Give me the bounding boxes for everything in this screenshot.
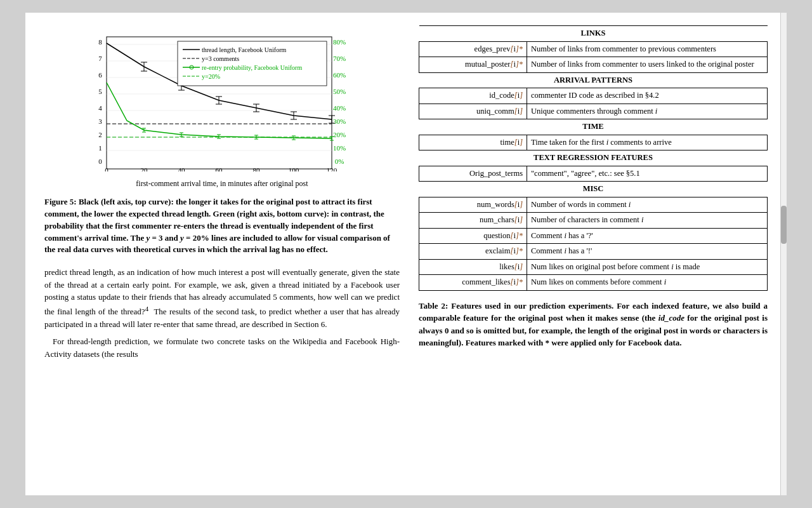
arrival-header: ARRIVAL PATTERNS [419, 72, 768, 88]
feature-desc-likes: Num likes on original post before commen… [527, 259, 768, 275]
arrival-header-row: ARRIVAL PATTERNS [419, 72, 768, 88]
feature-desc-num-chars: Number of characters in comment i [527, 213, 768, 229]
x-60: 60 [216, 166, 223, 171]
feature-desc-comment-likes: Num likes on comments before comment i [527, 275, 768, 291]
chart-figure: 8 7 6 5 4 3 2 1 0 80% 70% 60% 50% 40% 30… [89, 25, 355, 174]
feature-name-orig-post: Orig_post_terms [419, 166, 527, 182]
x-20: 20 [141, 166, 148, 171]
time-header: TIME [419, 119, 768, 135]
body-paragraph-2: For thread-length prediction, we formula… [44, 335, 400, 360]
arrival-row-2: uniq_comm[i] Unique commenters through c… [419, 104, 768, 119]
misc-row-4: exclaim[i]* Comment i has a '!' [419, 244, 768, 260]
y-left-4: 4 [98, 104, 102, 112]
chart-svg: 8 7 6 5 4 3 2 1 0 80% 70% 60% 50% 40% 30… [89, 25, 355, 171]
text-header: TEXT REGRESSION FEATURES [419, 150, 768, 166]
chart-container: 8 7 6 5 4 3 2 1 0 80% 70% 60% 50% 40% 30… [44, 25, 400, 174]
feature-name-likes: likes[i] [419, 259, 527, 275]
page: 8 7 6 5 4 3 2 1 0 80% 70% 60% 50% 40% 30… [25, 13, 787, 495]
feature-desc-uniq-comm: Unique commenters through comment i [527, 104, 768, 119]
y-right-60: 60% [333, 71, 346, 79]
misc-row-2: num_chars[i] Number of characters in com… [419, 213, 768, 229]
table-caption: Table 2: Features used in our prediction… [419, 300, 768, 349]
feature-desc-question: Comment i has a '?' [527, 228, 768, 244]
feature-name-num-words: num_words[i] [419, 197, 527, 213]
misc-header-row: MISC [419, 182, 768, 197]
y-left-3: 3 [98, 117, 102, 125]
legend-label-4: y=20% [202, 73, 220, 80]
feature-name-question: question[i]* [419, 228, 527, 244]
table-caption-text: Features used in our prediction experime… [419, 301, 768, 348]
y-right-70: 70% [333, 55, 346, 62]
y-left-8: 8 [98, 38, 102, 46]
arrival-row-1: id_code[i] commenter ID code as describe… [419, 88, 768, 104]
time-row-1: time[i] Time taken for the first i comme… [419, 135, 768, 150]
links-row-2: mutual_poster[i]* Number of links from c… [419, 57, 768, 73]
y-left-2: 2 [98, 131, 102, 138]
feature-name-time: time[i] [419, 135, 527, 150]
feature-name-edges-prev: edges_prev[i]* [419, 41, 527, 57]
legend-label-2: y=3 comments [202, 55, 239, 62]
table-number: Table 2: [419, 301, 448, 311]
feature-name-id-code: id_code[i] [419, 88, 527, 104]
y-left-0: 0 [98, 157, 102, 165]
y-left-5: 5 [98, 88, 102, 95]
y-right-50: 50% [333, 88, 346, 95]
y-right-0: 0% [335, 157, 344, 165]
left-column: 8 7 6 5 4 3 2 1 0 80% 70% 60% 50% 40% 30… [44, 25, 412, 483]
feature-desc-orig-post: "comment", "agree", etc.: see §5.1 [527, 166, 768, 182]
x-100: 100 [289, 166, 299, 171]
y-right-40: 40% [333, 104, 346, 112]
text-row-1: Orig_post_terms "comment", "agree", etc.… [419, 166, 768, 182]
chart-caption: first-comment arrival time, in minutes a… [44, 179, 400, 189]
links-header: LINKS [419, 26, 768, 42]
links-header-row: LINKS [419, 26, 768, 42]
x-80: 80 [253, 166, 261, 171]
body-paragraph-1: predict thread length, as an indication … [44, 266, 400, 330]
y-left-7: 7 [98, 55, 102, 62]
feature-desc-id-code: commenter ID code as described in §4.2 [527, 88, 768, 104]
links-row-1: edges_prev[i]* Number of links from comm… [419, 41, 768, 57]
y-right-30: 30% [333, 117, 346, 125]
right-column: LINKS edges_prev[i]* Number of links fro… [412, 25, 768, 483]
misc-row-1: num_words[i] Number of words in comment … [419, 197, 768, 213]
misc-row-6: comment_likes[i]* Num likes on comments … [419, 275, 768, 291]
feature-desc-time: Time taken for the first i comments to a… [527, 135, 768, 150]
y-right-10: 10% [333, 144, 346, 152]
feature-desc-exclaim: Comment i has a '!' [527, 244, 768, 260]
misc-row-3: question[i]* Comment i has a '?' [419, 228, 768, 244]
figure-caption: Figure 5: Black (left axis, top curve): … [44, 196, 400, 256]
figure-caption-text: Black (left axis, top curve): the longer… [44, 197, 390, 254]
feature-name-mutual-poster: mutual_poster[i]* [419, 57, 527, 73]
feature-desc-num-words: Number of words in comment i [527, 197, 768, 213]
scrollbar[interactable] [780, 13, 787, 495]
feature-name-uniq-comm: uniq_comm[i] [419, 104, 527, 119]
body-text: predict thread length, as an indication … [44, 266, 400, 360]
feature-desc-edges-prev: Number of links from commenter to previo… [527, 41, 768, 57]
misc-row-5: likes[i] Num likes on original post befo… [419, 259, 768, 275]
text-header-row: TEXT REGRESSION FEATURES [419, 150, 768, 166]
figure-number: Figure 5: [44, 197, 77, 206]
feature-name-comment-likes: comment_likes[i]* [419, 275, 527, 291]
time-header-row: TIME [419, 119, 768, 135]
x-120: 120 [327, 166, 337, 171]
misc-header: MISC [419, 182, 768, 197]
feature-name-num-chars: num_chars[i] [419, 213, 527, 229]
feature-desc-mutual-poster: Number of links from commenter to users … [527, 57, 768, 73]
y-right-80: 80% [333, 38, 346, 46]
feature-name-exclaim: exclaim[i]* [419, 244, 527, 260]
y-right-20: 20% [333, 131, 346, 138]
x-0: 0 [105, 166, 108, 171]
scrollbar-thumb[interactable] [781, 206, 787, 244]
y-left-6: 6 [98, 71, 102, 79]
features-table: LINKS edges_prev[i]* Number of links fro… [419, 25, 768, 291]
legend-label-3: re-entry probability, Facebook Uniform [202, 64, 302, 71]
x-40: 40 [178, 166, 186, 171]
y-left-1: 1 [98, 144, 102, 152]
legend-label-1: thread length, Facebook Uniform [202, 46, 287, 53]
